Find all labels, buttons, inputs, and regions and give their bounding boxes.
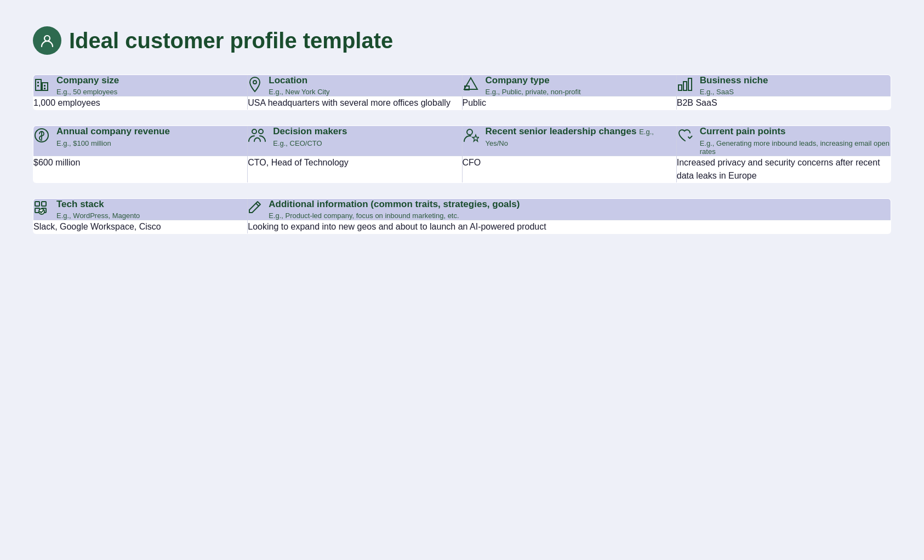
decision-makers-title: Decision makers — [273, 126, 347, 137]
decision-makers-subtitle: E.g., CEO/CTO — [273, 139, 347, 147]
additional-info-header: Additional information (common traits, s… — [248, 198, 891, 220]
svg-rect-5 — [44, 85, 45, 87]
tech-stack-title: Tech stack — [56, 199, 140, 210]
svg-rect-11 — [683, 82, 687, 90]
decision-makers-value: CTO, Head of Technology — [248, 156, 462, 182]
location-value: USA headquarters with several more offic… — [248, 96, 462, 110]
svg-rect-18 — [35, 202, 39, 206]
annual-revenue-value: $600 million — [33, 156, 248, 182]
page-header: Ideal customer profile template — [33, 26, 891, 55]
additional-info-title: Additional information (common traits, s… — [269, 199, 520, 210]
company-size-subtitle: E.g., 50 employees — [56, 88, 119, 96]
section1-data-row: 1,000 employees USA headquarters with se… — [33, 96, 891, 110]
bar-chart-icon — [677, 76, 693, 95]
company-size-title: Company size — [56, 75, 119, 86]
svg-rect-10 — [678, 85, 682, 90]
annual-revenue-header: Annual company revenue E.g., $100 millio… — [33, 126, 248, 156]
location-subtitle: E.g., New York City — [269, 88, 329, 96]
section2-header-row: Annual company revenue E.g., $100 millio… — [33, 126, 891, 156]
leadership-changes-header: Recent senior leadership changes E.g., Y… — [462, 126, 676, 156]
svg-marker-17 — [472, 135, 479, 141]
dollar-icon — [33, 127, 50, 146]
section3-header-row: Tech stack E.g., WordPress, Magento A — [33, 198, 891, 220]
svg-rect-3 — [37, 82, 39, 83]
section1-table: Company size E.g., 50 employees Locat — [33, 75, 891, 110]
annual-revenue-subtitle: E.g., $100 million — [56, 139, 170, 147]
svg-point-14 — [252, 129, 256, 134]
section1-header-row: Company size E.g., 50 employees Locat — [33, 75, 891, 96]
additional-info-subtitle: E.g., Product-led company, focus on inbo… — [269, 212, 520, 220]
pain-points-header: Current pain points E.g., Generating mor… — [676, 126, 891, 156]
grid-dots-icon — [33, 200, 50, 219]
tech-stack-value: Slack, Google Workspace, Cisco — [33, 220, 248, 234]
business-niche-value: B2B SaaS — [676, 96, 891, 110]
heart-check-icon — [677, 127, 693, 146]
company-type-value: Public — [462, 96, 676, 110]
triangle-grid-icon — [463, 76, 479, 95]
location-header: Location E.g., New York City — [248, 75, 462, 96]
leadership-changes-title: Recent senior leadership changes E.g., Y… — [486, 126, 676, 148]
page-icon — [33, 26, 61, 55]
people-icon — [248, 127, 266, 145]
building-icon — [33, 76, 50, 95]
company-size-header: Company size E.g., 50 employees — [33, 75, 248, 96]
page-title: Ideal customer profile template — [69, 28, 393, 53]
tech-stack-header: Tech stack E.g., WordPress, Magento — [33, 198, 248, 220]
pin-icon — [248, 76, 262, 95]
pencil-icon — [248, 200, 262, 218]
svg-rect-6 — [44, 88, 45, 89]
section3-data-row: Slack, Google Workspace, Cisco Looking t… — [33, 220, 891, 234]
business-niche-header: Business niche E.g., SaaS — [676, 75, 891, 96]
additional-info-value: Looking to expand into new geos and abou… — [248, 220, 891, 234]
section2-table: Annual company revenue E.g., $100 millio… — [33, 125, 891, 182]
svg-rect-12 — [688, 78, 692, 90]
svg-marker-8 — [464, 78, 477, 89]
svg-point-15 — [259, 129, 263, 134]
pain-points-title: Current pain points — [700, 126, 891, 137]
leadership-changes-value: CFO — [462, 156, 676, 182]
pain-points-value: Increased privacy and security concerns … — [676, 156, 891, 182]
pain-points-subtitle: E.g., Generating more inbound leads, inc… — [700, 139, 891, 156]
business-niche-title: Business niche — [700, 75, 768, 86]
company-type-title: Company type — [486, 75, 581, 86]
location-title: Location — [269, 75, 329, 86]
annual-revenue-title: Annual company revenue — [56, 126, 170, 137]
business-niche-subtitle: E.g., SaaS — [700, 88, 768, 96]
svg-rect-19 — [42, 202, 46, 206]
company-size-value: 1,000 employees — [33, 96, 248, 110]
person-star-icon — [463, 127, 479, 146]
section2-data-row: $600 million CTO, Head of Technology CFO… — [33, 156, 891, 182]
svg-point-7 — [253, 81, 256, 84]
company-type-header: Company type E.g., Public, private, non-… — [462, 75, 676, 96]
section3-table: Tech stack E.g., WordPress, Magento A — [33, 198, 891, 234]
decision-makers-header: Decision makers E.g., CEO/CTO — [248, 126, 462, 156]
tech-stack-subtitle: E.g., WordPress, Magento — [56, 212, 140, 220]
svg-rect-4 — [37, 85, 39, 87]
svg-point-16 — [467, 129, 472, 135]
svg-point-0 — [44, 36, 50, 41]
company-type-subtitle: E.g., Public, private, non-profit — [486, 88, 581, 96]
